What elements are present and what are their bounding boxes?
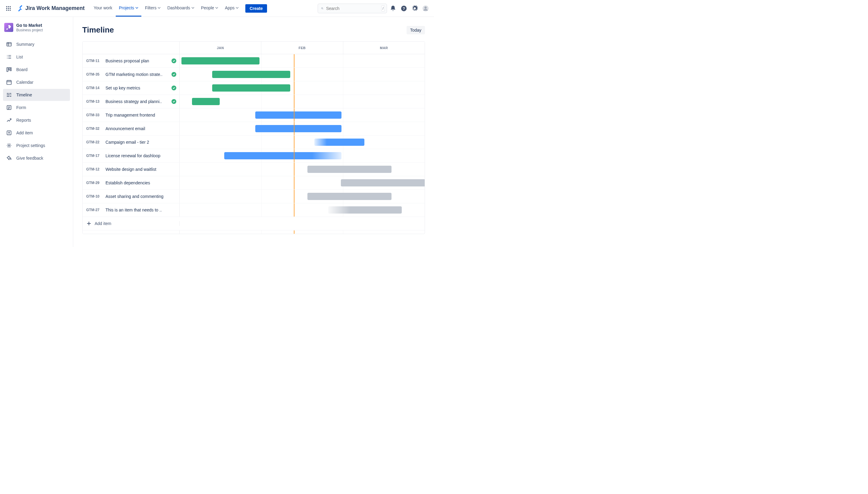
nav-apps-label: Apps: [225, 5, 235, 10]
notifications-button[interactable]: [388, 4, 398, 13]
product-logo[interactable]: Jira Work Management: [15, 5, 87, 12]
sidebar-item-calendar[interactable]: Calendar: [3, 76, 70, 88]
timeline-row[interactable]: GTM-22Campaign email - tier 2: [82, 136, 425, 149]
month-jan: JAN: [180, 42, 261, 54]
project-settings-icon: [6, 142, 12, 149]
svg-rect-15: [7, 68, 8, 71]
timeline-row-right: [180, 95, 425, 108]
sidebar-item-summary[interactable]: Summary: [3, 38, 70, 50]
reports-icon: [6, 117, 12, 123]
task-bar[interactable]: [255, 125, 341, 132]
nav-apps[interactable]: Apps: [222, 0, 242, 17]
timeline-row[interactable]: GTM-13Business strategy and planni..: [82, 95, 425, 109]
timeline-row-right: [180, 149, 425, 163]
add-item-label: Add item: [95, 221, 111, 226]
timeline-row-right: [180, 136, 425, 149]
timeline-months: JANFEBMAR: [180, 42, 425, 54]
timeline-row-left: GTM-27This is an item that needs to ..: [82, 203, 180, 216]
timeline-row-left: GTM-22Campaign email - tier 2: [82, 136, 180, 149]
project-header[interactable]: Go to Market Business project: [3, 23, 70, 38]
today-marker: [294, 109, 294, 122]
timeline-row-right: [180, 230, 425, 234]
timeline-row[interactable]: GTM-29Establish dependencies: [82, 176, 425, 190]
task-title: Business proposal plan: [106, 58, 168, 63]
form-icon: [6, 104, 12, 111]
sidebar-item-board[interactable]: Board: [3, 63, 70, 76]
timeline-body[interactable]: GTM-11Business proposal planGTM-35GTM ma…: [82, 54, 425, 234]
svg-point-9: [321, 7, 322, 9]
timeline-row[interactable]: GTM-12Website design and waitlist: [82, 163, 425, 176]
task-key: GTM-13: [86, 99, 103, 103]
timeline-row[interactable]: GTM-32Announcement email: [82, 122, 425, 136]
nav-dashboards[interactable]: Dashboards: [164, 0, 198, 17]
today-marker: [294, 149, 294, 163]
nav-people[interactable]: People: [198, 0, 222, 17]
nav-your-work-label: Your work: [94, 5, 112, 10]
task-bar[interactable]: [192, 98, 220, 105]
timeline-row[interactable]: GTM-11Business proposal plan: [82, 54, 425, 68]
sidebar-item-timeline[interactable]: Timeline: [3, 89, 70, 101]
done-icon: [171, 72, 176, 77]
timeline-header: JANFEBMAR: [82, 42, 425, 54]
task-bar[interactable]: [314, 138, 364, 146]
timeline-row[interactable]: GTM-35GTM marketing motion strate..: [82, 68, 425, 81]
nav-filters[interactable]: Filters: [142, 0, 164, 17]
task-bar[interactable]: [328, 206, 402, 213]
svg-rect-4: [8, 8, 9, 9]
task-title: Establish dependencies: [106, 180, 176, 185]
sidebar-item-give-feedback[interactable]: Give feedback: [3, 152, 70, 164]
task-bar[interactable]: [308, 166, 392, 173]
task-key: GTM-12: [86, 167, 103, 171]
sidebar-item-add-item[interactable]: Add item: [3, 127, 70, 139]
gear-icon: [411, 5, 418, 12]
sidebar-item-project-settings[interactable]: Project settings: [3, 139, 70, 152]
timeline-row[interactable]: GTM-10Asset sharing and commenting: [82, 190, 425, 203]
nav-projects[interactable]: Projects: [116, 0, 141, 17]
sidebar-nav: SummaryListBoardCalendarTimelineFormRepo…: [3, 38, 70, 164]
task-title: GTM marketing motion strate..: [106, 72, 168, 77]
help-button[interactable]: ?: [399, 4, 409, 13]
task-key: GTM-22: [86, 140, 103, 144]
task-key: GTM-14: [86, 86, 103, 90]
sidebar-item-form[interactable]: Form: [3, 101, 70, 114]
timeline-row[interactable]: GTM-17License renewal for dashloop: [82, 149, 425, 163]
month-feb: FEB: [261, 42, 343, 54]
task-bar[interactable]: [308, 193, 392, 200]
today-marker: [294, 203, 294, 216]
settings-button[interactable]: [410, 4, 420, 13]
app-switcher-button[interactable]: [4, 4, 13, 13]
task-bar[interactable]: [255, 111, 341, 119]
task-bar[interactable]: [341, 179, 425, 187]
chevron-down-icon: [191, 6, 195, 10]
task-bar[interactable]: [212, 71, 290, 78]
timeline-row-left: GTM-11Business proposal plan: [82, 54, 180, 68]
sidebar-item-reports[interactable]: Reports: [3, 114, 70, 126]
give-feedback-icon: [6, 155, 12, 161]
today-marker: [294, 95, 294, 108]
timeline-row-left: GTM-17License renewal for dashloop: [82, 149, 180, 163]
task-bar[interactable]: [181, 57, 259, 64]
timeline-row-right: [180, 122, 425, 135]
task-bar[interactable]: [212, 84, 290, 92]
search-box[interactable]: /: [318, 4, 387, 13]
sidebar-item-list[interactable]: List: [3, 51, 70, 63]
done-icon: [171, 86, 176, 90]
timeline-row[interactable]: GTM-33Trip management frontend: [82, 109, 425, 122]
nav-links: Your work Projects Filters Dashboards Pe…: [91, 0, 267, 17]
task-key: GTM-10: [86, 194, 103, 198]
profile-button[interactable]: [421, 4, 430, 13]
create-button[interactable]: Create: [245, 4, 267, 13]
task-title: Campaign email - tier 2: [106, 140, 176, 145]
project-type: Business project: [16, 28, 43, 32]
list-icon: [6, 54, 12, 60]
sidebar-item-label: List: [16, 55, 23, 59]
add-item-button[interactable]: Add item: [82, 221, 180, 226]
chevron-down-icon: [236, 6, 239, 10]
timeline-row[interactable]: GTM-27This is an item that needs to ..: [82, 203, 425, 217]
task-bar[interactable]: [224, 152, 341, 159]
timeline-row[interactable]: GTM-14Set up key metrics: [82, 81, 425, 95]
nav-your-work[interactable]: Your work: [91, 0, 115, 17]
search-input[interactable]: [326, 6, 379, 11]
today-button[interactable]: Today: [407, 26, 425, 34]
app-switcher-icon: [5, 5, 12, 12]
